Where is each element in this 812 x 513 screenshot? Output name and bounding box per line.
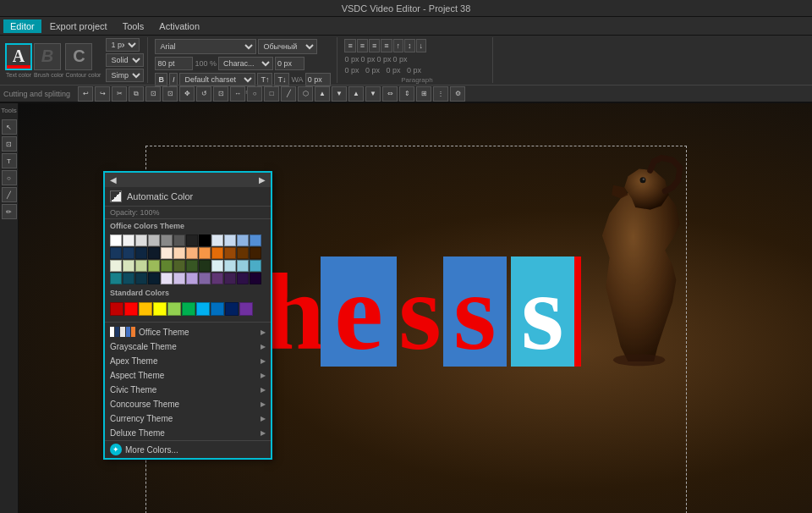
tool-arrow[interactable]: ↖ <box>2 119 17 135</box>
standard-color-swatch[interactable] <box>182 302 195 316</box>
cp-theme-item-5[interactable]: Concourse Theme▶ <box>105 397 271 411</box>
tool-shape[interactable]: ○ <box>2 170 17 185</box>
baseline-shift-input[interactable] <box>275 57 304 70</box>
office-color-swatch[interactable] <box>237 273 249 284</box>
flip-h-btn[interactable]: ⇔ <box>382 86 398 102</box>
office-color-swatch[interactable] <box>250 260 261 272</box>
office-color-swatch[interactable] <box>161 234 173 246</box>
office-color-swatch[interactable] <box>135 234 147 246</box>
office-color-swatch[interactable] <box>123 247 134 259</box>
grid-btn[interactable]: ⋮ <box>433 86 448 102</box>
up-btn[interactable]: ▲ <box>315 86 330 102</box>
standard-color-swatch[interactable] <box>196 302 210 316</box>
office-color-swatch[interactable] <box>237 260 249 272</box>
down2-btn[interactable]: ▼ <box>365 86 381 102</box>
rotate-btn[interactable]: ↺ <box>196 86 211 102</box>
office-color-swatch[interactable] <box>135 260 147 272</box>
office-color-swatch[interactable] <box>186 260 198 272</box>
tool-line[interactable]: ╱ <box>2 187 17 202</box>
cut-btn[interactable]: ✂ <box>112 86 127 102</box>
office-color-swatch[interactable] <box>161 247 173 259</box>
office-color-swatch[interactable] <box>161 273 173 284</box>
select-btn[interactable]: ⊡ <box>162 86 178 102</box>
tool-text[interactable]: T <box>2 153 17 168</box>
paste-btn[interactable]: ⊡ <box>145 86 161 102</box>
stroke-style-select[interactable]: Solid <box>106 53 144 67</box>
office-color-swatch[interactable] <box>250 234 261 246</box>
undo-btn[interactable]: ↩ <box>78 86 93 102</box>
office-color-swatch[interactable] <box>199 247 211 259</box>
office-color-swatch[interactable] <box>211 247 223 259</box>
office-color-swatch[interactable] <box>211 234 223 246</box>
cp-theme-item-6[interactable]: Currency Theme▶ <box>105 411 271 426</box>
brush-color-btn[interactable]: B <box>34 43 61 70</box>
office-color-swatch[interactable] <box>186 273 198 284</box>
office-color-swatch[interactable] <box>110 260 122 272</box>
font-size-input[interactable] <box>155 57 193 70</box>
redo-btn[interactable]: ↪ <box>95 86 110 102</box>
snap-btn[interactable]: ⊞ <box>416 86 431 102</box>
simple-select[interactable]: Simple <box>106 69 144 82</box>
text-color-btn[interactable]: A <box>5 43 32 70</box>
draw-circle-btn[interactable]: ○ <box>247 86 262 102</box>
standard-color-swatch[interactable] <box>225 302 239 316</box>
crop-btn[interactable]: ⊡ <box>213 86 228 102</box>
office-color-swatch[interactable] <box>211 273 223 284</box>
cp-more-colors-row[interactable]: ✦ More Colors... <box>105 440 271 458</box>
menu-activation[interactable]: Activation <box>152 19 206 33</box>
office-color-swatch[interactable] <box>237 234 249 246</box>
cp-theme-item-0[interactable]: Office Theme▶ <box>105 324 271 339</box>
office-color-swatch[interactable] <box>161 260 173 272</box>
office-color-swatch[interactable] <box>148 247 160 259</box>
office-color-swatch[interactable] <box>123 234 134 246</box>
office-color-swatch[interactable] <box>173 260 185 272</box>
tool-select[interactable]: ⊡ <box>2 136 17 152</box>
office-color-swatch[interactable] <box>237 247 249 259</box>
cp-theme-item-1[interactable]: Grayscale Theme▶ <box>105 339 271 354</box>
standard-color-swatch[interactable] <box>239 302 253 316</box>
standard-color-swatch[interactable] <box>211 302 224 316</box>
align-center-btn[interactable]: ≡ <box>357 39 368 52</box>
align-justify-btn[interactable]: ≡ <box>381 39 392 52</box>
font-style-select[interactable]: Обычный <box>258 39 317 54</box>
office-color-swatch[interactable] <box>123 260 134 272</box>
cp-auto-color-row[interactable]: Automatic Color <box>105 187 271 207</box>
office-color-swatch[interactable] <box>123 273 134 284</box>
draw-line-btn[interactable]: ╱ <box>281 86 296 102</box>
office-color-swatch[interactable] <box>135 247 147 259</box>
standard-color-swatch[interactable] <box>110 302 123 316</box>
standard-color-swatch[interactable] <box>153 302 167 316</box>
align-right-btn[interactable]: ≡ <box>369 39 380 52</box>
office-color-swatch[interactable] <box>186 234 198 246</box>
copy-btn[interactable]: ⧉ <box>129 86 144 102</box>
office-color-swatch[interactable] <box>173 247 185 259</box>
office-color-swatch[interactable] <box>224 234 236 246</box>
menu-export[interactable]: Export project <box>43 19 114 33</box>
shape-btn[interactable]: ⬡ <box>298 86 313 102</box>
cp-theme-item-7[interactable]: Deluxe Theme▶ <box>105 426 271 440</box>
contour-color-btn[interactable]: C <box>65 43 92 70</box>
office-color-swatch[interactable] <box>135 273 147 284</box>
char-spacing-select[interactable]: Charac... <box>218 57 273 70</box>
office-color-swatch[interactable] <box>250 247 261 259</box>
office-color-swatch[interactable] <box>186 247 198 259</box>
cp-scroll-right[interactable]: ▶ <box>259 175 266 185</box>
move-btn[interactable]: ✥ <box>179 86 195 102</box>
draw-rect-btn[interactable]: □ <box>264 86 279 102</box>
settings-btn[interactable]: ⚙ <box>450 86 465 102</box>
office-color-swatch[interactable] <box>224 260 236 272</box>
office-color-swatch[interactable] <box>199 273 211 284</box>
office-color-swatch[interactable] <box>211 260 223 272</box>
office-color-swatch[interactable] <box>224 247 236 259</box>
font-name-select[interactable]: Arial <box>155 39 256 54</box>
menu-tools[interactable]: Tools <box>116 19 151 33</box>
tool-pen[interactable]: ✏ <box>2 204 17 219</box>
menu-editor[interactable]: Editor <box>3 19 41 33</box>
office-color-swatch[interactable] <box>110 273 122 284</box>
office-color-swatch[interactable] <box>148 273 160 284</box>
office-color-swatch[interactable] <box>224 273 236 284</box>
down-btn[interactable]: ▼ <box>332 86 347 102</box>
resize-btn[interactable]: ↔ <box>230 86 245 102</box>
flip-v-btn[interactable]: ⇕ <box>399 86 414 102</box>
cp-theme-item-3[interactable]: Aspect Theme▶ <box>105 368 271 383</box>
